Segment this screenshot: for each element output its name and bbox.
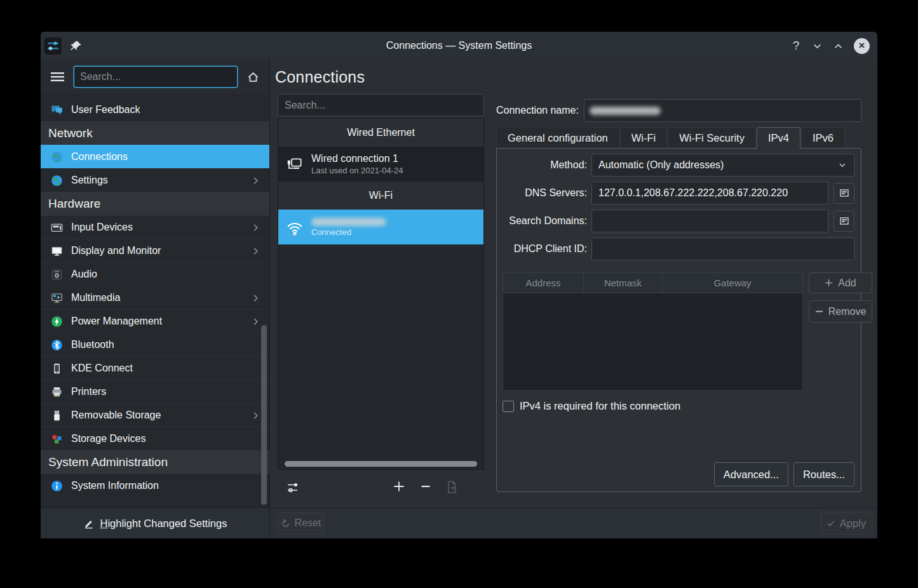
titlebar[interactable]: Connections — System Settings ? × (41, 32, 877, 60)
connection-name-input[interactable] (584, 99, 861, 122)
sidebar-item-label: User Feedback (71, 104, 140, 116)
footer: Highlight Changed Settings Reset Apply (41, 507, 877, 538)
add-address-button[interactable]: Add (809, 272, 872, 293)
tab-general-configuration[interactable]: General configuration (496, 127, 619, 148)
tab-ipv6[interactable]: IPv6 (801, 127, 845, 148)
dns-servers-edit-button[interactable] (834, 183, 854, 204)
sidebar-item-input-devices[interactable]: Input Devices (41, 215, 269, 239)
sidebar-item-label: Storage Devices (71, 433, 145, 444)
dns-servers-input[interactable] (591, 182, 828, 204)
home-icon[interactable] (247, 71, 259, 83)
check-icon (827, 519, 835, 528)
close-icon[interactable]: × (854, 38, 870, 54)
sidebar-item-display-and-monitor[interactable]: Display and Monitor (41, 239, 269, 262)
multimedia-icon (51, 292, 63, 304)
routes-button[interactable]: Routes... (793, 462, 854, 486)
sidebar-item-removable-storage[interactable]: Removable Storage (41, 403, 269, 427)
sidebar-item-printers[interactable]: Printers (41, 380, 269, 403)
addresses-table-body[interactable] (503, 293, 803, 391)
configure-connection-icon[interactable] (286, 480, 301, 495)
connection-category-label: Wi-Fi (369, 190, 393, 201)
column-header-address[interactable]: Address (503, 273, 584, 293)
sidebar-item-label: Power Management (71, 316, 162, 327)
chevron-down-icon (837, 160, 847, 170)
remove-address-button[interactable]: Remove (809, 300, 872, 323)
apply-button[interactable]: Apply (820, 512, 872, 535)
connections-search-input[interactable] (278, 94, 484, 116)
ipv4-required-label: IPv4 is required for this connection (520, 400, 680, 412)
connection-detail-panel: Connection name: General configurationWi… (492, 94, 877, 507)
pin-icon[interactable] (70, 40, 82, 52)
addresses-table: AddressNetmaskGateway (503, 272, 803, 391)
connection-name-label: Connection name: (496, 105, 579, 116)
tab-wi-fi-security[interactable]: Wi-Fi Security (668, 127, 756, 148)
sidebar-item-system-information[interactable]: System Information (41, 474, 269, 497)
method-value: Automatic (Only addresses) (598, 159, 837, 171)
plus-icon (825, 279, 833, 287)
column-header-netmask[interactable]: Netmask (584, 273, 663, 293)
chevron-right-icon (251, 176, 260, 185)
minimize-icon[interactable] (812, 41, 823, 51)
method-dropdown[interactable]: Automatic (Only addresses) (591, 154, 854, 177)
sidebar: User FeedbackNetworkConnectionsSettingsH… (41, 60, 270, 507)
minus-icon (815, 307, 823, 316)
chevron-right-icon (251, 223, 260, 232)
chevron-right-icon (251, 411, 260, 420)
list-horizontal-scrollbar[interactable] (285, 461, 477, 467)
sidebar-search-input[interactable] (74, 66, 238, 88)
sidebar-item-kde-connect[interactable]: KDE Connect (41, 356, 269, 380)
redacted-ssid (311, 218, 386, 226)
system-settings-app-icon[interactable] (44, 37, 62, 55)
connection-list-item[interactable]: Connected (278, 210, 483, 244)
sidebar-item-multimedia[interactable]: Multimedia (41, 286, 269, 309)
sidebar-item-storage-devices[interactable]: Storage Devices (41, 427, 269, 450)
tab-wi-fi[interactable]: Wi-Fi (620, 127, 667, 148)
system-settings-window: Connections — System Settings ? × User F… (41, 32, 877, 538)
sidebar-item-user-feedback[interactable]: User Feedback (41, 98, 269, 121)
feedback-icon (51, 104, 63, 116)
sidebar-scrollbar[interactable] (261, 325, 267, 505)
wired-network-icon (285, 155, 304, 174)
add-connection-icon[interactable] (393, 480, 405, 493)
ipv4-required-checkbox[interactable] (503, 401, 514, 412)
connection-list-item[interactable]: Wired connection 1Last used on 2021-04-2… (278, 147, 483, 182)
sidebar-item-label: Display and Monitor (71, 245, 161, 257)
search-domains-input[interactable] (591, 210, 828, 232)
remove-connection-icon[interactable] (419, 480, 432, 493)
column-header-gateway[interactable]: Gateway (663, 273, 802, 293)
sidebar-item-label: Removable Storage (71, 410, 161, 421)
sidebar-section-label: Hardware (48, 197, 100, 211)
tab-ipv4[interactable]: IPv4 (757, 127, 800, 148)
search-domains-edit-button[interactable] (834, 211, 854, 232)
help-icon[interactable]: ? (790, 39, 802, 53)
sidebar-item-power-management[interactable]: Power Management (41, 309, 269, 333)
method-label: Method: (503, 159, 587, 171)
page-title: Connections (275, 68, 365, 86)
connection-subtitle: Connected (311, 227, 386, 237)
sidebar-section-label: System Administration (48, 455, 168, 469)
sidebar-list: User FeedbackNetworkConnectionsSettingsH… (41, 94, 269, 507)
addresses-table-header: AddressNetmaskGateway (503, 272, 803, 293)
reset-button[interactable]: Reset (278, 512, 324, 535)
dhcp-client-id-input[interactable] (591, 237, 854, 260)
maximize-icon[interactable] (833, 41, 844, 51)
window-title: Connections — System Settings (41, 40, 877, 51)
connection-subtitle: Last used on 2021-04-24 (311, 166, 403, 175)
sidebar-item-audio[interactable]: Audio (41, 262, 269, 286)
sidebar-item-settings[interactable]: Settings (41, 168, 269, 192)
sidebar-section-header: Hardware (41, 192, 269, 215)
sidebar-item-connections[interactable]: Connections (41, 145, 269, 168)
monitor-icon (51, 245, 63, 257)
bluetooth-icon (51, 339, 63, 351)
sidebar-section-header: System Administration (41, 450, 269, 474)
sidebar-item-bluetooth[interactable]: Bluetooth (41, 333, 269, 356)
highlight-changed-settings[interactable]: Highlight Changed Settings (41, 508, 270, 538)
wifi-icon (285, 218, 304, 237)
hamburger-menu-icon[interactable] (51, 72, 64, 82)
chevron-right-icon (251, 246, 260, 256)
advanced-button[interactable]: Advanced... (714, 462, 788, 486)
highlight-pencil-icon (83, 518, 94, 529)
export-connection-icon[interactable] (445, 480, 459, 494)
ipv4-tab-panel: Method: Automatic (Only addresses) DNS S… (496, 148, 861, 492)
connection-category-header: Wired Ethernet (278, 119, 483, 147)
